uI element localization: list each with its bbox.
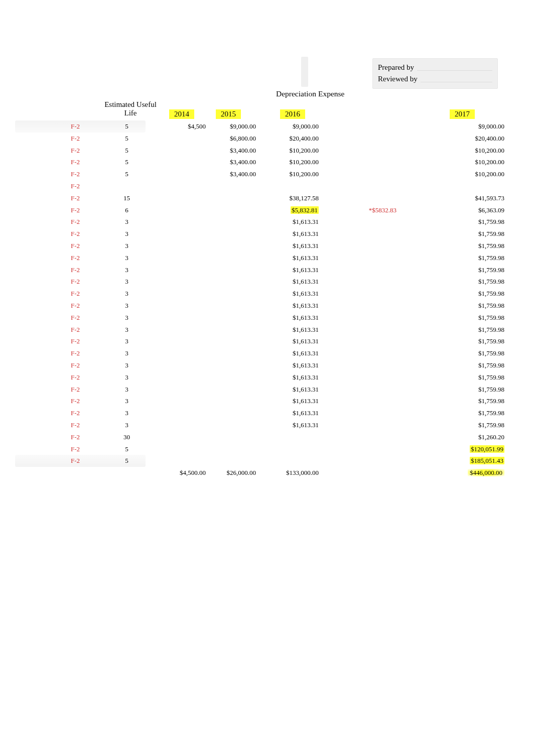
useful-life-value: 5 bbox=[103, 145, 151, 157]
cell-2017: $10,200.00 bbox=[427, 168, 504, 180]
depreciation-table: F-25$4,500$9,000.00$9,000.00$9,000.00F-2… bbox=[0, 120, 533, 479]
table-row: F-23$1,613.31$1,759.98 bbox=[0, 240, 533, 252]
useful-life-value: 3 bbox=[103, 216, 151, 228]
cell-2017: $1,759.98 bbox=[427, 407, 504, 419]
row-tag: F-2 bbox=[65, 276, 85, 288]
cell-2016: $1,613.31 bbox=[261, 347, 319, 359]
reviewed-by-blank bbox=[421, 75, 492, 82]
cell-2016: $10,200.00 bbox=[261, 168, 319, 180]
cell-2017: $1,759.98 bbox=[427, 419, 504, 431]
cell-2017: $10,200.00 bbox=[427, 156, 504, 168]
total-2016: $133,000.00 bbox=[261, 467, 319, 479]
cell-2016: $1,613.31 bbox=[261, 384, 319, 396]
useful-life-value: 30 bbox=[103, 431, 151, 443]
cell-2017: $1,759.98 bbox=[427, 264, 504, 276]
cell-note: *$5832.83 bbox=[341, 204, 396, 216]
table-row: F-23$1,613.31$1,759.98 bbox=[0, 347, 533, 359]
cell-2016: $1,613.31 bbox=[261, 419, 319, 431]
row-tag: F-2 bbox=[65, 228, 85, 240]
useful-life-value: 3 bbox=[103, 228, 151, 240]
row-tag: F-2 bbox=[65, 300, 85, 312]
row-tag: F-2 bbox=[65, 455, 85, 467]
cell-2017: $1,759.98 bbox=[427, 300, 504, 312]
useful-life-value: 3 bbox=[103, 240, 151, 252]
row-tag: F-2 bbox=[65, 180, 85, 192]
row-tag: F-2 bbox=[65, 133, 85, 145]
useful-life-value: 3 bbox=[103, 264, 151, 276]
cell-2016: $1,613.31 bbox=[261, 240, 319, 252]
row-tag: F-2 bbox=[65, 168, 85, 180]
cell-2016: $1,613.31 bbox=[261, 276, 319, 288]
useful-life-value: 3 bbox=[103, 276, 151, 288]
table-row: F-23$1,613.31$1,759.98 bbox=[0, 419, 533, 431]
cell-2017: $1,759.98 bbox=[427, 276, 504, 288]
col-2015-header: 2015 bbox=[216, 109, 241, 119]
useful-life-value: 3 bbox=[103, 252, 151, 264]
row-tag: F-2 bbox=[65, 395, 85, 407]
prepared-by-blank bbox=[417, 64, 492, 71]
cell-2017: $120,051.99 bbox=[427, 443, 504, 455]
cell-2017: $1,759.98 bbox=[427, 240, 504, 252]
cell-2016: $1,613.31 bbox=[261, 300, 319, 312]
row-tag: F-2 bbox=[65, 120, 85, 133]
cell-2015: $3,400.00 bbox=[206, 168, 256, 180]
reviewed-by-label: Reviewed by bbox=[378, 73, 418, 85]
total-2014: $4,500.00 bbox=[156, 467, 206, 479]
row-tag: F-2 bbox=[65, 384, 85, 396]
cell-2017: $1,759.98 bbox=[427, 252, 504, 264]
cell-2016: $9,000.00 bbox=[261, 120, 319, 133]
useful-life-value: 3 bbox=[103, 335, 151, 347]
cell-2017: $1,759.98 bbox=[427, 359, 504, 371]
useful-life-value: 5 bbox=[103, 156, 151, 168]
table-row: F-25$185,051.43 bbox=[0, 455, 533, 467]
cell-2016: $1,613.31 bbox=[261, 407, 319, 419]
table-row: F-215$38,127.58$41,593.73 bbox=[0, 192, 533, 204]
row-tag: F-2 bbox=[65, 145, 85, 157]
table-row: F-230$1,260.20 bbox=[0, 431, 533, 443]
cell-2016: $1,613.31 bbox=[261, 216, 319, 228]
table-row: F-23$1,613.31$1,759.98 bbox=[0, 335, 533, 347]
cell-2016: $1,613.31 bbox=[261, 252, 319, 264]
cell-2017: $20,400.00 bbox=[427, 133, 504, 145]
useful-life-value: 6 bbox=[103, 204, 151, 216]
row-tag: F-2 bbox=[65, 240, 85, 252]
signoff-box: Prepared by Reviewed by bbox=[372, 58, 498, 89]
useful-life-value: 5 bbox=[103, 168, 151, 180]
row-tag: F-2 bbox=[65, 192, 85, 204]
table-row: F-23$1,613.31$1,759.98 bbox=[0, 359, 533, 371]
row-tag: F-2 bbox=[65, 371, 85, 384]
row-tag: F-2 bbox=[65, 347, 85, 359]
cell-2016: $38,127.58 bbox=[261, 192, 319, 204]
cell-2016: $1,613.31 bbox=[261, 288, 319, 300]
table-row: F-25$3,400.00$10,200.00$10,200.00 bbox=[0, 145, 533, 157]
col-2014-header: 2014 bbox=[169, 109, 194, 119]
table-row: F-23$1,613.31$1,759.98 bbox=[0, 395, 533, 407]
useful-life-value: 5 bbox=[103, 133, 151, 145]
table-row: F-23$1,613.31$1,759.98 bbox=[0, 228, 533, 240]
section-title: Depreciation Expense bbox=[276, 89, 344, 98]
useful-life-value: 3 bbox=[103, 371, 151, 384]
cell-2016: $1,613.31 bbox=[261, 228, 319, 240]
cell-2016: $5,832.81 bbox=[261, 204, 319, 216]
useful-life-value: 15 bbox=[103, 192, 151, 204]
row-tag: F-2 bbox=[65, 204, 85, 216]
row-tag: F-2 bbox=[65, 264, 85, 276]
reviewed-by-field: Reviewed by bbox=[378, 73, 492, 85]
useful-life-value: 5 bbox=[103, 455, 151, 467]
cell-2017: $1,759.98 bbox=[427, 371, 504, 384]
useful-life-value: 3 bbox=[103, 312, 151, 324]
table-row: F-23$1,613.31$1,759.98 bbox=[0, 371, 533, 384]
prepared-by-label: Prepared by bbox=[378, 62, 414, 73]
useful-life-value: 3 bbox=[103, 347, 151, 359]
cell-2015: $9,000.00 bbox=[206, 120, 256, 133]
useful-life-value: 3 bbox=[103, 288, 151, 300]
table-row: F-23$1,613.31$1,759.98 bbox=[0, 324, 533, 336]
cell-2017: $1,759.98 bbox=[427, 312, 504, 324]
useful-life-value: 5 bbox=[103, 443, 151, 455]
useful-life-value: 3 bbox=[103, 395, 151, 407]
cell-2017: $1,759.98 bbox=[427, 324, 504, 336]
useful-life-value: 3 bbox=[103, 384, 151, 396]
cell-2015: $3,400.00 bbox=[206, 156, 256, 168]
cell-2017: $1,759.98 bbox=[427, 395, 504, 407]
total-2015: $26,000.00 bbox=[206, 467, 256, 479]
